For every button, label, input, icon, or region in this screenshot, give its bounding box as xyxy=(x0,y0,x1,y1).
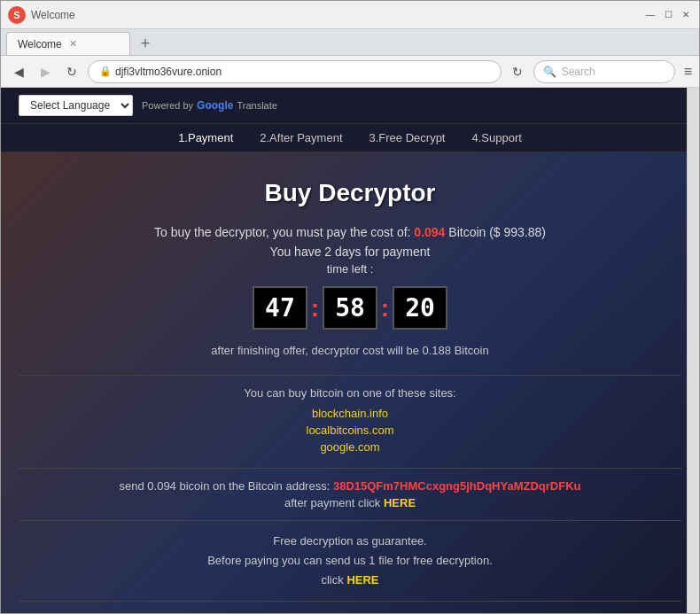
search-icon: 🔍 xyxy=(543,66,556,78)
browser-content: Select Language Powered by Google Transl… xyxy=(1,88,699,613)
subtitle-text: To buy the decryptor, you must pay the c… xyxy=(154,225,411,239)
time-left-label: time left : xyxy=(19,262,681,276)
powered-by: Powered by Google Translate xyxy=(142,99,277,112)
free-decrypt-section: Free decryption as guarantee. Before pay… xyxy=(19,532,681,590)
price-subtitle: To buy the decryptor, you must pay the c… xyxy=(19,225,681,239)
tab-label: Welcome xyxy=(18,38,62,51)
tab-bar: Welcome ✕ + xyxy=(1,29,699,56)
main-title: Buy Decryptor xyxy=(19,179,681,207)
browser-menu-button[interactable]: ≡ xyxy=(684,64,692,80)
send-text-label: send 0.094 bicoin on the Bitcoin address… xyxy=(120,479,331,493)
bitcoin-link-1[interactable]: localbitcoins.com xyxy=(19,424,681,437)
maximize-button[interactable]: ☐ xyxy=(662,9,674,21)
timer-sep-2: : xyxy=(381,294,389,323)
new-tab-button[interactable]: + xyxy=(134,32,157,55)
top-bar: Select Language Powered by Google Transl… xyxy=(1,88,699,124)
nav-item-after-payment[interactable]: 2.After Payment xyxy=(260,131,342,144)
page: Select Language Powered by Google Transl… xyxy=(1,88,699,613)
after-payment-text: after payment click HERE xyxy=(19,496,681,509)
address-bar[interactable]: 🔒 djfi3vltmo36vure.onion xyxy=(88,60,502,83)
language-select[interactable]: Select Language xyxy=(19,95,133,116)
after-offer-text: after finishing offer, decryptor cost wi… xyxy=(19,344,681,357)
send-text: send 0.094 bicoin on the Bitcoin address… xyxy=(19,479,681,493)
bitcoin-links: blockchain.info localbitcoins.com google… xyxy=(19,407,681,454)
divider-1 xyxy=(19,375,681,376)
here-link[interactable]: HERE xyxy=(384,496,416,509)
nav-item-free-decrypt[interactable]: 3.Free Decrypt xyxy=(369,131,446,144)
nav-item-payment[interactable]: 1.Payment xyxy=(178,131,233,144)
click-here-link[interactable]: HERE xyxy=(346,573,378,587)
btc-address: 38D15QFm7HMCcxgng5jhDqHYaMZDqrDFKu xyxy=(333,479,581,493)
tab-close-button[interactable]: ✕ xyxy=(69,38,77,50)
price-btc: 0.094 xyxy=(414,225,445,239)
google-label: Google xyxy=(197,99,233,112)
window-controls: — ☐ ✕ xyxy=(644,9,692,21)
reload-button[interactable]: ↻ xyxy=(61,61,82,82)
refresh-button[interactable]: ↻ xyxy=(507,61,528,82)
search-placeholder: Search xyxy=(562,66,595,78)
close-button[interactable]: ✕ xyxy=(680,9,692,21)
main-content: Buy Decryptor To buy the decryptor, you … xyxy=(1,152,699,613)
timer-hours: 47 xyxy=(253,286,307,330)
free-decrypt-click: click HERE xyxy=(19,571,681,590)
back-button[interactable]: ◀ xyxy=(8,61,29,82)
minimize-button[interactable]: — xyxy=(644,9,657,21)
timer-seconds: 20 xyxy=(393,286,447,330)
window-frame: S Welcome — ☐ ✕ Welcome ✕ + ◀ ▶ ↻ 🔒 djfi… xyxy=(0,0,700,614)
bitcoin-link-2[interactable]: google.com xyxy=(19,440,681,454)
timer-sep-1: : xyxy=(311,294,319,323)
search-box[interactable]: 🔍 Search xyxy=(533,60,675,83)
forward-button[interactable]: ▶ xyxy=(35,61,56,82)
divider-3 xyxy=(19,520,681,521)
divider-2 xyxy=(19,468,681,469)
browser-logo: S xyxy=(8,6,26,24)
free-decrypt-line2: Before paying you can send us 1 file for… xyxy=(19,551,681,571)
nav-item-support[interactable]: 4.Support xyxy=(471,131,521,144)
nav-menu: 1.Payment 2.After Payment 3.Free Decrypt… xyxy=(1,124,699,152)
countdown-timer: 47 : 58 : 20 xyxy=(19,286,681,330)
content-inner: Buy Decryptor To buy the decryptor, you … xyxy=(19,179,681,613)
send-section: send 0.094 bicoin on the Bitcoin address… xyxy=(19,479,681,509)
divider-4 xyxy=(19,601,681,602)
url-text: djfi3vltmo36vure.onion xyxy=(115,66,222,78)
timer-minutes: 58 xyxy=(323,286,377,330)
powered-by-text: Powered by xyxy=(142,100,193,111)
title-bar: S Welcome — ☐ ✕ xyxy=(1,1,699,29)
free-decrypt-line1: Free decryption as guarantee. xyxy=(19,532,681,551)
buy-bitcoin-label: You can buy bitcoin on one of these site… xyxy=(19,386,681,400)
tab-title: Welcome xyxy=(31,9,75,21)
payment-days: You have 2 days for payment xyxy=(19,245,681,259)
translate-label: Translate xyxy=(237,100,276,111)
active-tab[interactable]: Welcome ✕ xyxy=(6,32,130,55)
price-usd: Bitcoin ($ 993.88) xyxy=(448,225,546,239)
bitcoin-link-0[interactable]: blockchain.info xyxy=(19,407,681,420)
navigation-bar: ◀ ▶ ↻ 🔒 djfi3vltmo36vure.onion ↻ 🔍 Searc… xyxy=(1,56,699,88)
bottom-logo-area: ●● // risk .com xyxy=(19,612,681,613)
scrollbar[interactable] xyxy=(687,88,699,613)
